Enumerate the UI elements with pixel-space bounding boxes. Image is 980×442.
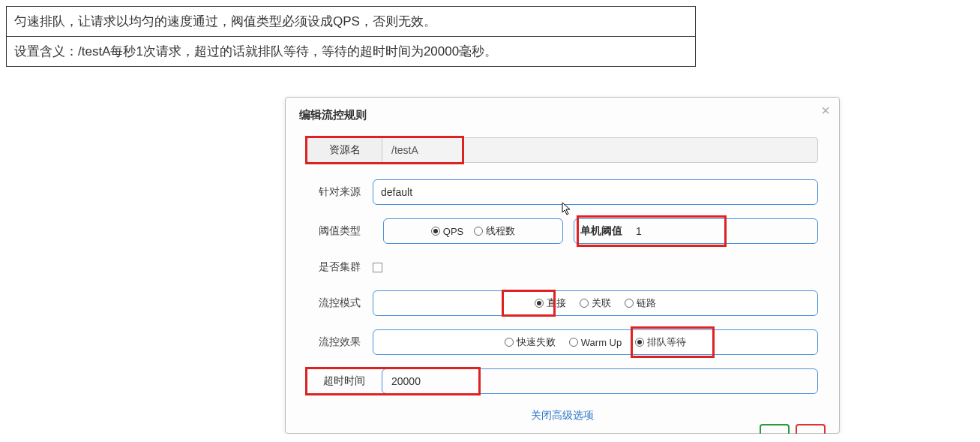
radio-checked-icon — [635, 338, 644, 347]
radio-unchecked-icon — [505, 338, 514, 347]
source-input[interactable]: default — [373, 179, 818, 205]
description-row-2: 设置含义：/testA每秒1次请求，超过的话就排队等待，等待的超时时间为2000… — [7, 36, 695, 66]
cluster-row: 是否集群 — [307, 257, 818, 277]
advanced-options-link[interactable]: 关闭高级选项 — [307, 404, 818, 430]
confirm-button[interactable] — [760, 424, 790, 434]
mode-chain-label: 链路 — [637, 296, 656, 310]
radio-unchecked-icon — [580, 299, 589, 308]
source-value: default — [381, 186, 412, 198]
mode-relate-radio[interactable]: 关联 — [580, 296, 611, 310]
modal-body: 资源名 /testA 针对来源 default 阈值类型 QPS — [286, 130, 839, 430]
source-row: 针对来源 default — [307, 179, 818, 205]
timeout-value: 20000 — [391, 375, 421, 387]
mode-group: 直接 关联 链路 — [373, 290, 818, 316]
threshold-type-label: 阈值类型 — [307, 221, 373, 241]
radio-checked-icon — [535, 299, 544, 308]
timeout-row: 超时时间 20000 — [307, 368, 818, 394]
radio-unchecked-icon — [569, 338, 578, 347]
mode-row: 流控模式 直接 关联 链路 — [307, 290, 818, 316]
close-icon[interactable]: × — [821, 102, 830, 119]
modal-title: 编辑流控规则 — [286, 98, 839, 130]
single-threshold-group: 单机阈值 1 — [574, 218, 818, 244]
effect-row: 流控效果 快速失败 Warm Up 排队等待 — [307, 329, 818, 355]
single-threshold-label: 单机阈值 — [580, 224, 622, 238]
effect-queue-radio[interactable]: 排队等待 — [635, 335, 686, 349]
effect-queue-label: 排队等待 — [647, 335, 686, 349]
radio-unchecked-icon — [474, 227, 483, 236]
threshold-qps-label: QPS — [443, 226, 463, 237]
threshold-type-group: QPS 线程数 — [383, 218, 563, 244]
cluster-checkbox[interactable] — [373, 263, 382, 272]
mode-relate-label: 关联 — [592, 296, 611, 310]
mode-direct-label: 直接 — [547, 296, 566, 310]
effect-group: 快速失败 Warm Up 排队等待 — [373, 329, 818, 355]
effect-fail-label: 快速失败 — [517, 335, 556, 349]
timeout-input[interactable]: 20000 — [382, 368, 818, 394]
radio-unchecked-icon — [625, 299, 634, 308]
threshold-row: 阈值类型 QPS 线程数 单机阈值 1 — [307, 218, 818, 244]
mode-chain-radio[interactable]: 链路 — [625, 296, 656, 310]
threshold-thread-label: 线程数 — [486, 224, 515, 238]
effect-fail-radio[interactable]: 快速失败 — [505, 335, 556, 349]
threshold-qps-radio[interactable]: QPS — [431, 226, 463, 237]
mode-label: 流控模式 — [307, 293, 373, 313]
threshold-thread-radio[interactable]: 线程数 — [474, 224, 515, 238]
effect-label: 流控效果 — [307, 332, 373, 352]
mode-direct-radio[interactable]: 直接 — [535, 296, 566, 310]
flow-rule-modal: × 编辑流控规则 资源名 /testA 针对来源 default 阈值类型 — [285, 97, 840, 434]
single-threshold-input[interactable]: 1 — [631, 224, 669, 238]
description-row-1: 匀速排队，让请求以均匀的速度通过，阀值类型必须设成QPS，否则无效。 — [7, 7, 695, 36]
effect-warm-radio[interactable]: Warm Up — [569, 337, 622, 348]
source-label: 针对来源 — [307, 182, 373, 202]
description-box: 匀速排队，让请求以均匀的速度通过，阀值类型必须设成QPS，否则无效。 设置含义：… — [6, 6, 696, 67]
timeout-label: 超时时间 — [307, 368, 382, 394]
resource-row: 资源名 /testA — [307, 137, 818, 163]
effect-warm-label: Warm Up — [581, 337, 622, 348]
resource-name-input[interactable]: /testA — [382, 137, 818, 163]
resource-name-value: /testA — [391, 144, 418, 156]
modal-footer-buttons — [760, 424, 826, 434]
radio-checked-icon — [431, 227, 440, 236]
resource-label: 资源名 — [307, 137, 382, 163]
cluster-label: 是否集群 — [307, 257, 373, 277]
cancel-button[interactable] — [796, 424, 826, 434]
